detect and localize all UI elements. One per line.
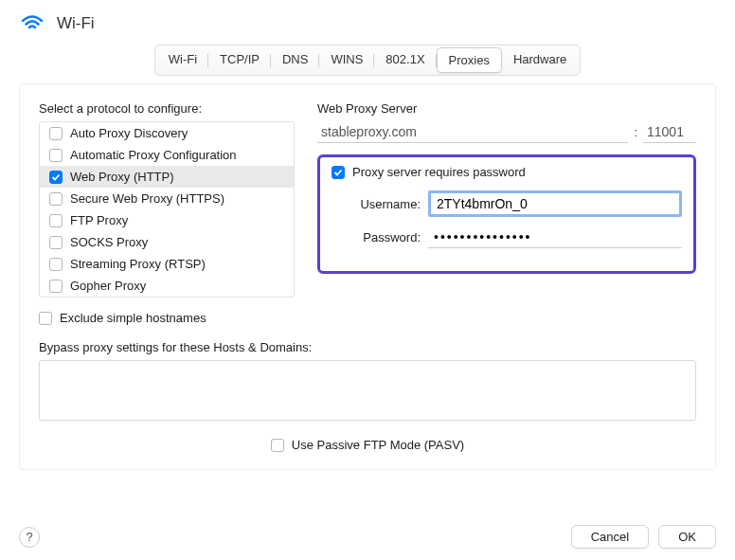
checkbox-icon[interactable] (49, 214, 63, 227)
window-title: Wi-Fi (57, 14, 95, 33)
bypass-textarea[interactable] (39, 360, 696, 421)
password-label: Password: (347, 230, 421, 244)
requires-password-label: Proxy server requires password (352, 165, 526, 179)
proxies-panel: Select a protocol to configure: Auto Pro… (19, 83, 716, 470)
list-item[interactable]: Auto Proxy Discovery (40, 122, 294, 144)
list-item-label: FTP Proxy (70, 213, 128, 227)
list-item-label: Automatic Proxy Configuration (70, 148, 237, 162)
passive-ftp-checkbox[interactable] (271, 439, 284, 452)
username-input[interactable] (428, 190, 682, 217)
list-item-label: Streaming Proxy (RTSP) (70, 257, 206, 271)
proxy-host-input[interactable] (317, 121, 628, 143)
tab-bar: Wi-Fi TCP/IP DNS WINS 802.1X Proxies Har… (0, 45, 735, 83)
password-input[interactable] (428, 226, 682, 248)
username-label: Username: (347, 197, 421, 211)
list-item-label: Web Proxy (HTTP) (70, 170, 174, 184)
footer-bar: ? Cancel OK (19, 525, 716, 549)
tab-wifi[interactable]: Wi-Fi (157, 47, 208, 73)
tab-dns[interactable]: DNS (271, 47, 319, 73)
cancel-button[interactable]: Cancel (571, 525, 649, 549)
checkbox-icon[interactable] (49, 258, 63, 271)
window-header: Wi-Fi (0, 0, 735, 45)
proxy-port-input[interactable] (643, 121, 696, 143)
list-item[interactable]: Automatic Proxy Configuration (40, 144, 294, 166)
list-item-label: Gopher Proxy (70, 279, 146, 293)
ok-button[interactable]: OK (658, 525, 716, 549)
help-button[interactable]: ? (19, 527, 40, 548)
exclude-hostnames-label: Exclude simple hostnames (60, 311, 206, 325)
list-item[interactable]: Secure Web Proxy (HTTPS) (40, 188, 294, 209)
checkbox-icon[interactable] (49, 171, 63, 184)
requires-password-checkbox[interactable] (332, 166, 345, 179)
server-label: Web Proxy Server (317, 101, 696, 116)
checkbox-icon[interactable] (49, 127, 63, 140)
list-item[interactable]: SOCKS Proxy (40, 231, 294, 253)
checkbox-icon[interactable] (49, 192, 63, 206)
tab-8021x[interactable]: 802.1X (374, 47, 436, 73)
list-item-label: SOCKS Proxy (70, 235, 148, 249)
tab-proxies[interactable]: Proxies (437, 47, 502, 73)
checkbox-icon[interactable] (49, 236, 63, 249)
protocol-label: Select a protocol to configure: (39, 101, 295, 116)
auth-highlight-box: Proxy server requires password Username:… (317, 154, 696, 274)
protocol-list[interactable]: Auto Proxy Discovery Automatic Proxy Con… (39, 121, 295, 298)
list-item-label: Auto Proxy Discovery (70, 126, 188, 140)
list-item[interactable]: Web Proxy (HTTP) (40, 166, 294, 188)
passive-ftp-label: Use Passive FTP Mode (PASV) (292, 438, 464, 452)
list-item[interactable]: FTP Proxy (40, 209, 294, 231)
wifi-icon (19, 11, 57, 35)
tab-hardware[interactable]: Hardware (502, 47, 578, 73)
checkbox-icon[interactable] (49, 280, 63, 293)
tab-tcpip[interactable]: TCP/IP (208, 47, 271, 73)
list-item[interactable]: Gopher Proxy (40, 275, 294, 297)
exclude-hostnames-checkbox[interactable] (39, 312, 52, 325)
tab-wins[interactable]: WINS (319, 47, 374, 73)
host-port-separator: : (634, 125, 637, 139)
checkbox-icon[interactable] (49, 149, 63, 162)
bypass-label: Bypass proxy settings for these Hosts & … (39, 340, 696, 354)
list-item-label: Secure Web Proxy (HTTPS) (70, 191, 224, 206)
list-item[interactable]: Streaming Proxy (RTSP) (40, 253, 294, 275)
